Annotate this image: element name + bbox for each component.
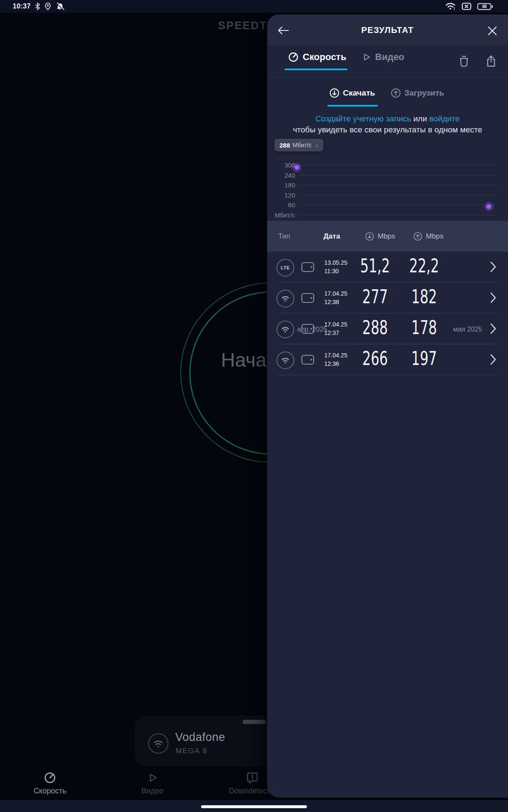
chevron-right-icon <box>490 354 496 367</box>
sign-in-link[interactable]: войдите <box>429 114 460 123</box>
download-value: 277 <box>354 286 397 307</box>
col-header-type: Тип <box>278 232 290 241</box>
results-table: LTE 13.05.2511:30 51,2 22,2 <box>267 252 508 375</box>
table-row[interactable]: LTE 13.05.2511:30 51,2 22,2 <box>267 252 508 283</box>
screen: SPEEDTEST Начать Vodafone MEGA 8 <box>0 0 508 812</box>
table-row[interactable]: 17.04.2512:38 277 182 <box>267 283 508 313</box>
wifi-status-icon <box>445 2 456 11</box>
subtab-upload-label: Загрузить <box>404 88 444 98</box>
tab-speed[interactable]: Скорость <box>288 52 346 63</box>
close-icon <box>487 26 497 36</box>
account-prompt-line1: Создайте учетную запись или войдите <box>267 114 508 123</box>
y-tick-label: 120 <box>267 192 295 199</box>
connection-type-icon <box>276 351 294 369</box>
wifi-icon <box>281 326 290 333</box>
close-button[interactable] <box>485 25 500 37</box>
downdetector-icon <box>246 771 259 784</box>
speedtest-logo-text: SPEEDTEST <box>218 19 267 32</box>
lte-icon: LTE <box>281 265 290 270</box>
table-row[interactable]: 17.04.2512:37 288 178 <box>267 313 508 344</box>
chart-data-point[interactable] <box>484 202 494 211</box>
battery-percent: 48 <box>478 4 491 9</box>
upload-value: 178 <box>403 317 446 338</box>
share-button[interactable] <box>484 53 498 69</box>
clock: 10:37 <box>13 3 30 10</box>
speed-gauge-icon <box>288 52 299 63</box>
device-model: MEGA 8 <box>176 747 207 755</box>
no-sim-icon <box>461 2 472 11</box>
result-datetime: 17.04.2512:38 <box>324 289 348 306</box>
chart-data-point[interactable] <box>292 163 301 172</box>
tabs-row: Скорость Видео <box>267 46 508 77</box>
location-icon <box>44 3 51 10</box>
y-tick-label: 300 <box>267 162 295 169</box>
download-circle-icon <box>365 232 374 241</box>
active-subtab-underline <box>327 105 378 107</box>
subtab-download[interactable]: Скачать <box>329 88 375 98</box>
y-tick-label: 60 <box>267 201 295 208</box>
download-value: 288 <box>354 317 397 338</box>
table-row[interactable]: 17.04.2512:36 266 197 <box>267 344 508 375</box>
wifi-icon <box>281 357 290 364</box>
download-value: 266 <box>354 348 397 369</box>
share-icon <box>485 55 497 68</box>
wifi-icon <box>148 733 168 754</box>
col-header-upload: Mbps <box>413 232 444 241</box>
device-tablet-icon <box>301 324 315 336</box>
page-title: РЕЗУЛЬТАТ <box>267 14 508 46</box>
status-bar: 10:37 <box>0 0 508 13</box>
subtab-download-label: Скачать <box>343 88 375 98</box>
nav-item-speed[interactable]: Скорость <box>26 771 74 796</box>
connection-type-icon <box>276 321 294 338</box>
chevron-right-icon <box>490 261 496 274</box>
download-circle-icon <box>329 88 340 98</box>
y-tick-label: 180 <box>267 181 295 189</box>
trash-icon <box>458 55 469 68</box>
nav-label-speed: Скорость <box>33 787 66 796</box>
tab-video[interactable]: Видео <box>361 52 404 63</box>
upload-value: 182 <box>403 286 446 307</box>
result-datetime: 17.04.2512:36 <box>324 351 348 368</box>
col-header-date: Дата <box>323 232 340 241</box>
tab-video-label: Видео <box>375 52 404 63</box>
active-tab-underline <box>284 69 348 70</box>
gridline <box>299 165 496 165</box>
tooltip-value: 288 <box>279 142 290 149</box>
nav-label-video: Видео <box>141 787 164 796</box>
wifi-icon <box>281 295 290 302</box>
tooltip-chevron-icon: › <box>316 142 318 149</box>
table-header: Тип Дата Mbps Mbps <box>267 221 508 252</box>
subtabs-row: Скачать Загрузить <box>267 77 508 111</box>
account-prompt-line2: чтобы увидеть все свои результаты в одно… <box>267 125 508 134</box>
battery-icon: 48 <box>477 3 493 10</box>
gridline <box>299 205 496 205</box>
speedtest-logo: SPEEDTEST <box>214 19 267 32</box>
gridline <box>299 215 496 215</box>
delete-button[interactable] <box>457 53 471 69</box>
chevron-right-icon <box>490 292 496 305</box>
subtab-upload[interactable]: Загрузить <box>391 88 444 98</box>
bluetooth-icon <box>35 3 40 10</box>
connection-type-icon: LTE <box>276 259 294 277</box>
result-datetime: 17.04.2512:37 <box>324 320 348 337</box>
play-icon <box>361 52 371 63</box>
home-indicator[interactable] <box>201 805 307 808</box>
nav-item-video[interactable]: Видео <box>130 771 175 796</box>
device-tablet-icon <box>301 262 315 274</box>
play-icon <box>146 771 158 784</box>
back-button[interactable] <box>275 24 292 37</box>
speed-history-chart: апр. 2025 мая 2025 30024018012060Мбит/с … <box>267 135 508 220</box>
create-account-link[interactable]: Создайте учетную запись <box>315 114 411 123</box>
card-handle <box>243 720 266 724</box>
upload-value: 22,2 <box>403 255 446 277</box>
results-panel: РЕЗУЛЬТАТ Скорость <box>267 14 508 798</box>
gridline <box>299 175 496 176</box>
connection-type-icon <box>276 290 294 307</box>
tooltip-unit: Мбит/с <box>293 142 312 148</box>
upload-circle-icon <box>391 88 401 98</box>
y-tick-label: 240 <box>267 172 295 179</box>
y-tick-label: Мбит/с <box>267 211 295 219</box>
chart-tooltip[interactable]: 288 Мбит/с › <box>274 139 323 151</box>
upload-circle-icon <box>413 232 422 241</box>
gridline <box>299 195 496 195</box>
